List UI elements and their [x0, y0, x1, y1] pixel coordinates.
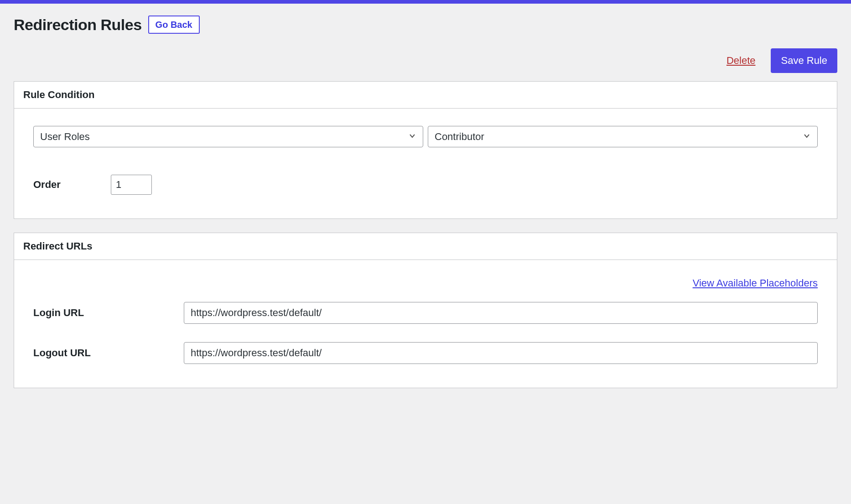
- login-url-row: Login URL: [33, 302, 818, 324]
- top-accent-bar: [0, 0, 851, 4]
- order-row: Order: [33, 175, 818, 195]
- login-url-label: Login URL: [33, 307, 184, 319]
- page-title: Redirection Rules: [14, 16, 142, 34]
- delete-link[interactable]: Delete: [726, 55, 756, 67]
- page-wrap: Redirection Rules Go Back Delete Save Ru…: [0, 4, 851, 416]
- condition-value-select[interactable]: Contributor: [428, 126, 818, 147]
- condition-selects-row: User Roles Contributor: [33, 126, 818, 147]
- rule-condition-heading: Rule Condition: [14, 82, 837, 109]
- save-rule-button[interactable]: Save Rule: [771, 48, 837, 73]
- order-label: Order: [33, 179, 61, 191]
- redirect-urls-heading: Redirect URLs: [14, 233, 837, 260]
- rule-condition-panel: Rule Condition User Roles Contributor: [14, 81, 837, 219]
- rule-condition-body: User Roles Contributor Order: [14, 109, 837, 218]
- login-url-input[interactable]: [184, 302, 818, 324]
- placeholders-row: View Available Placeholders: [33, 277, 818, 289]
- action-bar: Delete Save Rule: [14, 48, 837, 73]
- go-back-button[interactable]: Go Back: [148, 16, 200, 34]
- redirect-urls-body: View Available Placeholders Login URL Lo…: [14, 260, 837, 388]
- condition-type-select-wrap: User Roles: [33, 126, 423, 147]
- condition-type-select[interactable]: User Roles: [33, 126, 423, 147]
- logout-url-row: Logout URL: [33, 342, 818, 364]
- view-placeholders-link[interactable]: View Available Placeholders: [693, 277, 818, 289]
- condition-value-select-wrap: Contributor: [428, 126, 818, 147]
- logout-url-input[interactable]: [184, 342, 818, 364]
- redirect-urls-panel: Redirect URLs View Available Placeholder…: [14, 233, 837, 388]
- page-header: Redirection Rules Go Back: [14, 16, 837, 34]
- order-input[interactable]: [111, 175, 152, 195]
- logout-url-label: Logout URL: [33, 347, 184, 359]
